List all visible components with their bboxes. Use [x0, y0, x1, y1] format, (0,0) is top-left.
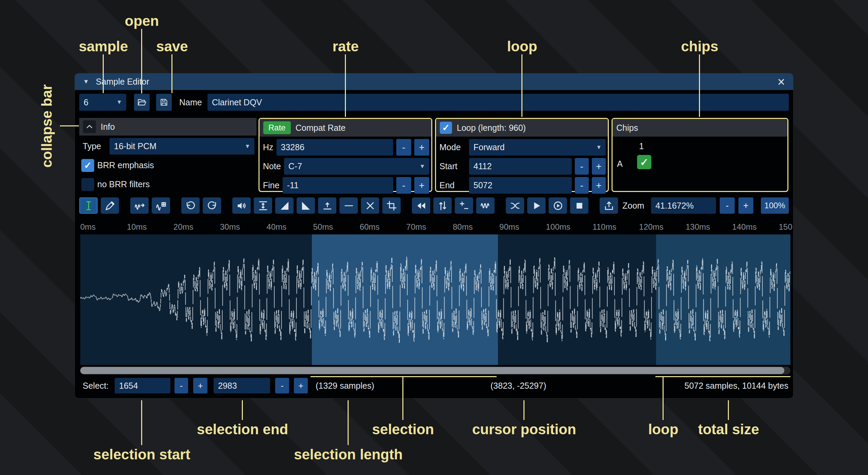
selection-start-input[interactable]: 1654 — [115, 378, 170, 393]
selection-end-decrease-button[interactable]: - — [275, 378, 289, 393]
amplify-button[interactable] — [232, 197, 251, 214]
sign-invert-button[interactable] — [455, 197, 473, 214]
chevron-down-icon: ▼ — [596, 144, 606, 151]
preview-button[interactable] — [527, 197, 546, 214]
delete-icon — [365, 200, 375, 211]
delete-button[interactable] — [361, 197, 379, 214]
waveform-display[interactable] — [80, 234, 790, 365]
resample-button[interactable] — [130, 197, 149, 214]
sample-index-value: 6 — [79, 98, 88, 107]
crossfade-loop-icon — [510, 200, 520, 211]
hz-decrease-button[interactable]: - — [396, 139, 411, 156]
rate-section: Rate Compat Rate Hz 33286 - + Note C-7 ▼… — [258, 118, 432, 192]
annotation-line-collapse-bar — [60, 125, 79, 126]
apply-silence-button[interactable] — [339, 197, 358, 214]
loop-end-input[interactable]: 5072 — [469, 177, 572, 194]
chevron-up-icon — [85, 123, 94, 131]
close-icon[interactable]: × — [778, 75, 785, 88]
filter-button[interactable] — [476, 197, 495, 214]
fine-input[interactable]: -11 — [283, 177, 393, 194]
sample-name-input[interactable]: Clarinet DQV — [207, 94, 789, 111]
timeline-label: 70ms — [406, 222, 426, 232]
loop-start-value: 4112 — [469, 161, 492, 171]
select-label: Select: — [83, 378, 108, 393]
hz-label: Hz — [262, 142, 273, 152]
waveform-scrollbar-handle[interactable] — [80, 367, 784, 374]
chevron-down-icon: ▼ — [245, 143, 254, 150]
annotation-loop-bottom: loop — [648, 421, 679, 438]
timeline-label: 130ms — [686, 222, 710, 232]
loop-start-input[interactable]: 4112 — [469, 158, 572, 175]
status-bar: Select: 1654 - + 2983 - + (1329 samples)… — [75, 374, 793, 398]
hz-increase-button[interactable]: + — [414, 139, 429, 156]
stop-button[interactable] — [570, 197, 588, 214]
edit-select-button[interactable] — [79, 197, 98, 214]
fine-increase-button[interactable]: + — [414, 177, 429, 194]
annotation-line-chips — [699, 54, 700, 117]
annotation-selection-length: selection length — [294, 446, 403, 463]
stop-icon — [574, 200, 585, 211]
no-brr-filters-checkbox[interactable] — [81, 178, 94, 191]
selection-end-input[interactable]: 2983 — [214, 378, 270, 393]
edit-draw-icon — [105, 200, 115, 211]
sample-type-select[interactable]: 16-bit PCM ▼ — [110, 138, 254, 155]
fine-decrease-button[interactable]: - — [396, 177, 411, 194]
collapse-info-button[interactable] — [83, 120, 96, 133]
note-select[interactable]: C-7 ▼ — [284, 158, 429, 175]
window-collapse-icon[interactable]: ▼ — [83, 78, 89, 85]
zoom-cluster: Zoom 41.1672% - + 100% — [622, 197, 789, 214]
zoom-in-button[interactable]: + — [738, 197, 753, 214]
window-titlebar[interactable]: ▼ Sample Editor × — [75, 73, 793, 90]
crossfade-loop-button[interactable] — [506, 197, 524, 214]
fade-in-button[interactable] — [275, 197, 294, 214]
undo-button[interactable] — [181, 197, 200, 214]
loop-enable-checkbox[interactable]: ✓ — [440, 122, 452, 134]
edit-draw-button[interactable] — [101, 197, 119, 214]
loop-start-increase-button[interactable]: + — [592, 158, 606, 175]
normalize-button[interactable] — [254, 197, 272, 214]
fine-label: Fine — [262, 180, 280, 190]
loop-end-label: End — [438, 180, 466, 190]
loop-mode-select[interactable]: Forward ▼ — [469, 139, 606, 156]
waveform-scrollbar-track[interactable] — [80, 367, 790, 374]
zoom-reset-button[interactable]: 100% — [761, 197, 789, 214]
total-size-text: 5072 samples, 10144 bytes — [684, 378, 788, 393]
import-icon — [604, 200, 614, 211]
floppy-save-icon — [160, 98, 168, 107]
zoom-input[interactable]: 41.1672% — [651, 197, 716, 214]
play-button[interactable] — [549, 197, 567, 214]
annotation-line-rate — [345, 54, 346, 117]
annotation-line-selection-length — [348, 400, 349, 445]
sample-index-select[interactable]: 6 ▼ — [79, 94, 126, 111]
rate-badge[interactable]: Rate — [263, 121, 291, 134]
zoom-out-button[interactable]: - — [720, 197, 735, 214]
open-sample-button[interactable] — [134, 94, 150, 111]
hz-input[interactable]: 33286 — [277, 139, 393, 156]
loop-end-decrease-button[interactable]: - — [575, 177, 589, 194]
note-value: C-7 — [284, 161, 302, 171]
fade-out-button[interactable] — [297, 197, 315, 214]
selection-start-increase-button[interactable]: + — [193, 378, 207, 393]
fade-out-icon — [301, 200, 311, 211]
insert-silence-button[interactable] — [318, 197, 336, 214]
save-sample-button[interactable] — [156, 94, 172, 111]
brr-emphasis-checkbox[interactable]: ✓ — [81, 159, 94, 172]
resample-icon — [134, 200, 145, 211]
invert-button[interactable] — [433, 197, 452, 214]
loop-start-decrease-button[interactable]: - — [575, 158, 589, 175]
info-header-label: Info — [101, 122, 115, 132]
create-wavetable-button[interactable] — [152, 197, 170, 214]
info-header[interactable]: Info — [79, 118, 256, 136]
loop-end-value: 5072 — [469, 180, 493, 190]
annotation-total-size: total size — [698, 421, 759, 438]
sample-editor-window: ▼ Sample Editor × 6 ▼ Name Clarinet DQV … — [75, 73, 793, 398]
chip-enable-checkbox[interactable]: ✓ — [637, 155, 651, 169]
loop-end-increase-button[interactable]: + — [592, 177, 606, 194]
import-button[interactable] — [600, 197, 618, 214]
redo-button[interactable] — [203, 197, 221, 214]
sign-invert-icon — [459, 200, 469, 211]
selection-start-decrease-button[interactable]: - — [174, 378, 188, 393]
trim-button[interactable] — [382, 197, 401, 214]
selection-end-increase-button[interactable]: + — [294, 378, 308, 393]
reverse-button[interactable] — [412, 197, 430, 214]
